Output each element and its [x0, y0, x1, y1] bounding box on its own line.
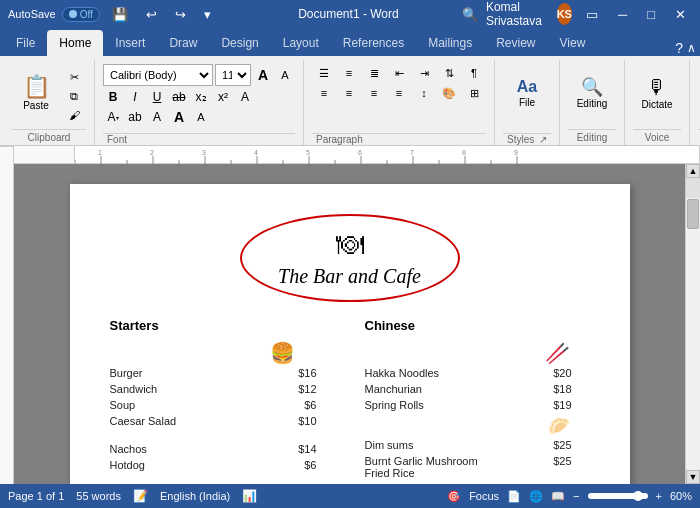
status-bar: Page 1 of 1 55 words 📝 English (India) 📊… — [0, 484, 700, 508]
scroll-track — [686, 230, 700, 470]
maximize-button[interactable]: □ — [641, 5, 661, 24]
focus-label[interactable]: Focus — [469, 490, 499, 502]
tab-references[interactable]: References — [331, 30, 416, 56]
tab-insert[interactable]: Insert — [103, 30, 157, 56]
redo-button[interactable]: ↪ — [169, 5, 192, 24]
restaurant-oval: 🍽 The Bar and Cafe — [240, 214, 460, 302]
list-item: Hotdog $6 — [110, 459, 325, 471]
italic-button[interactable]: I — [125, 88, 145, 106]
undo-button[interactable]: ↩ — [140, 5, 163, 24]
tab-draw[interactable]: Draw — [157, 30, 209, 56]
quick-access-more[interactable]: ▾ — [198, 5, 217, 24]
font-format-row: B I U ab x₂ x² A — [103, 88, 295, 106]
sort-button[interactable]: ⇅ — [437, 64, 461, 82]
tab-file[interactable]: File — [4, 30, 47, 56]
minimize-button[interactable]: ─ — [612, 5, 633, 24]
search-icon[interactable]: 🔍 — [462, 7, 478, 22]
user-initials: KS — [557, 8, 572, 20]
voice-label: Voice — [633, 129, 681, 145]
font-color-row: A▾ ab A A A — [103, 108, 295, 126]
autosave-toggle[interactable]: Off — [62, 7, 100, 22]
zoom-level[interactable]: 60% — [670, 490, 692, 502]
clipboard-buttons: 📋 Paste ✂ ⧉ 🖌 — [12, 60, 86, 129]
align-right-button[interactable]: ≡ — [362, 84, 386, 102]
status-bar-right: 🎯 Focus 📄 🌐 📖 − + 60% — [447, 490, 692, 503]
multilevel-button[interactable]: ≣ — [362, 64, 386, 82]
clear-formatting-button[interactable]: A — [235, 88, 255, 106]
highlight-button[interactable]: ab — [125, 108, 145, 126]
view-print-icon[interactable]: 📄 — [507, 490, 521, 503]
show-hide-button[interactable]: ¶ — [462, 64, 486, 82]
zoom-slider[interactable] — [588, 493, 648, 499]
starters-header: Starters — [110, 318, 325, 333]
starters-column: Starters 🍔 Burger $16 Sandwic — [110, 318, 325, 484]
horizontal-ruler: 1 2 3 4 5 — [14, 146, 700, 164]
bullets-button[interactable]: ☰ — [312, 64, 336, 82]
font-buttons: Calibri (Body) 11 A A B I U ab x₂ x² A — [103, 60, 295, 133]
paste-button[interactable]: 📋 Paste — [12, 64, 60, 122]
font-decrease-button[interactable]: A — [275, 66, 295, 84]
list-item: Nachos $14 — [110, 443, 325, 455]
clipboard-label: Clipboard — [12, 129, 86, 145]
increase-indent-button[interactable]: ⇥ — [412, 64, 436, 82]
language[interactable]: English (India) — [160, 490, 230, 502]
justify-button[interactable]: ≡ — [387, 84, 411, 102]
view-web-icon[interactable]: 🌐 — [529, 490, 543, 503]
format-painter-button[interactable]: 🖌 — [62, 106, 86, 124]
shading-button[interactable]: 🎨 — [437, 84, 461, 102]
svg-text:4: 4 — [254, 149, 258, 156]
font-size-select[interactable]: 11 — [215, 64, 251, 86]
underline-button[interactable]: U — [147, 88, 167, 106]
copy-button[interactable]: ⧉ — [62, 87, 86, 105]
para-btns: ☰ ≡ ≣ ⇤ ⇥ ⇅ ¶ ≡ ≡ ≡ ≡ ↕ 🎨 ⊞ — [312, 64, 486, 102]
autosave-state: Off — [80, 9, 93, 20]
user-avatar[interactable]: KS — [557, 3, 572, 25]
font-size-down2-button[interactable]: A — [191, 108, 211, 126]
view-read-icon[interactable]: 📖 — [551, 490, 565, 503]
ribbon-collapse-icon[interactable]: ∧ — [687, 41, 696, 55]
title-bar-right: 🔍 Komal Srivastava KS ▭ ─ □ ✕ — [462, 0, 692, 28]
zoom-in-icon[interactable]: + — [656, 490, 662, 502]
save-button[interactable]: 💾 — [106, 5, 134, 24]
subscript-button[interactable]: x₂ — [191, 88, 211, 106]
user-name: Komal Srivastava — [486, 0, 549, 28]
font-size-up2-button[interactable]: A — [169, 108, 189, 126]
proofing-icon[interactable]: 📝 — [133, 489, 148, 503]
list-item: Manchurian $18 — [365, 383, 580, 395]
close-button[interactable]: ✕ — [669, 5, 692, 24]
tab-review[interactable]: Review — [484, 30, 547, 56]
bold-button[interactable]: B — [103, 88, 123, 106]
svg-text:6: 6 — [358, 149, 362, 156]
page-info: Page 1 of 1 — [8, 490, 64, 502]
font-name-select[interactable]: Calibri (Body) — [103, 64, 213, 86]
tab-design[interactable]: Design — [209, 30, 270, 56]
decrease-indent-button[interactable]: ⇤ — [387, 64, 411, 82]
editing-button[interactable]: 🔍 Editing — [568, 64, 616, 122]
focus-icon[interactable]: 🎯 — [447, 490, 461, 503]
styles-button[interactable]: Aa File — [503, 64, 551, 122]
tab-layout[interactable]: Layout — [271, 30, 331, 56]
styles-expand-icon[interactable]: ↗ — [539, 134, 547, 145]
ribbon-display-options[interactable]: ▭ — [580, 5, 604, 24]
scroll-down-button[interactable]: ▼ — [686, 470, 700, 484]
zoom-out-icon[interactable]: − — [573, 490, 579, 502]
font-color-button[interactable]: A▾ — [103, 108, 123, 126]
font-increase-button[interactable]: A — [253, 66, 273, 84]
line-spacing-button[interactable]: ↕ — [412, 84, 436, 102]
tab-home[interactable]: Home — [47, 30, 103, 56]
scroll-up-button[interactable]: ▲ — [686, 164, 700, 178]
font-shade-button[interactable]: A — [147, 108, 167, 126]
scroll-thumb[interactable] — [687, 199, 699, 229]
dictate-button[interactable]: 🎙 Dictate — [633, 64, 681, 122]
align-center-button[interactable]: ≡ — [337, 84, 361, 102]
numbering-button[interactable]: ≡ — [337, 64, 361, 82]
help-icon[interactable]: ? — [675, 40, 683, 56]
align-left-button[interactable]: ≡ — [312, 84, 336, 102]
strikethrough-button[interactable]: ab — [169, 88, 189, 106]
tab-mailings[interactable]: Mailings — [416, 30, 484, 56]
cut-button[interactable]: ✂ — [62, 68, 86, 86]
tab-view[interactable]: View — [548, 30, 598, 56]
borders-button[interactable]: ⊞ — [462, 84, 486, 102]
superscript-button[interactable]: x² — [213, 88, 233, 106]
editing-group: 🔍 Editing Editing — [560, 60, 625, 145]
